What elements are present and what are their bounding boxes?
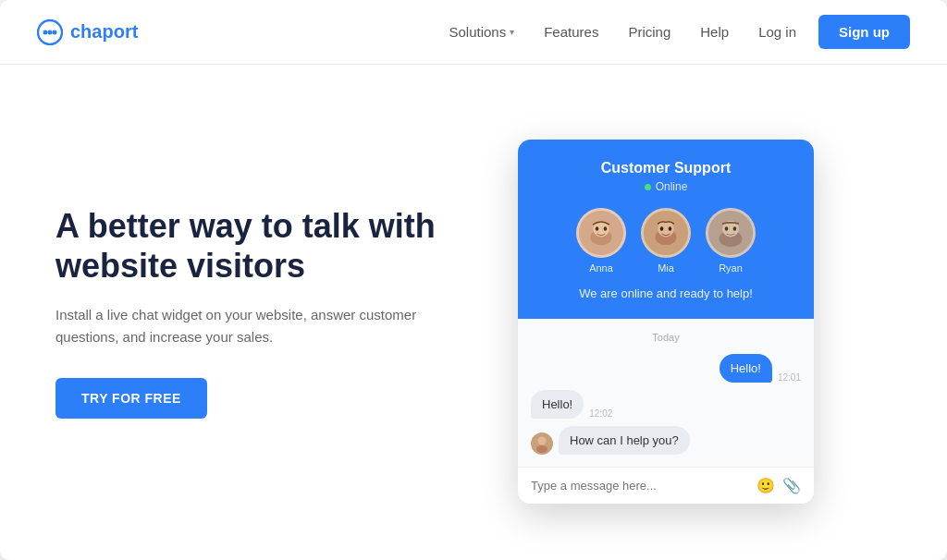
nav-solutions[interactable]: Solutions ▾ [449,24,514,40]
chat-welcome-message: We are online and ready to help! [536,286,795,300]
avatar-ryan [706,208,756,258]
message-3: How can I help you? [531,426,801,455]
chat-header: Customer Support Online [518,140,814,319]
svg-point-20 [538,437,547,445]
message-1: 12:01 Hello! [531,354,801,383]
svg-point-7 [596,226,599,230]
agent-mia: Mia [641,208,691,274]
msg-time-1: 12:01 [778,372,801,383]
svg-point-1 [43,30,48,34]
chaport-logo-icon [37,19,63,45]
msg-bubble-2: Hello! [531,390,584,419]
svg-point-17 [725,226,729,230]
avatar-anna [576,208,626,258]
msg-bubble-1: Hello! [719,354,772,383]
attachment-icon[interactable]: 📎 [782,477,801,494]
hero-section: A better way to talk with website visito… [55,206,444,419]
msg-time-2: 12:02 [589,408,612,419]
chevron-down-icon: ▾ [510,27,514,37]
svg-point-11 [658,221,674,237]
message-2: Hello! 12:02 [531,390,801,419]
agent-mia-name: Mia [658,262,674,274]
agent-ryan: Ryan [706,208,756,274]
svg-point-2 [48,30,53,34]
agent-anna-name: Anna [589,262,613,274]
chat-header-title: Customer Support [536,160,795,177]
logo-link[interactable]: chaport [37,19,138,45]
nav-login[interactable]: Log in [758,24,796,41]
navbar: chaport Solutions ▾ Features Pricing Hel… [0,0,947,65]
nav-pricing[interactable]: Pricing [628,24,670,41]
hero-title: A better way to talk with website visito… [55,206,444,286]
nav-help[interactable]: Help [700,24,729,41]
agent-anna: Anna [576,208,626,274]
svg-point-21 [536,445,547,453]
svg-point-8 [604,226,608,230]
chat-input-bar[interactable]: 🙂 📎 [518,467,814,504]
emoji-icon[interactable]: 🙂 [756,477,775,494]
nav-features[interactable]: Features [544,24,598,41]
svg-point-3 [53,30,57,34]
mini-avatar [531,432,553,455]
msg-bubble-3: How can I help you? [559,426,690,455]
browser-window: chaport Solutions ▾ Features Pricing Hel… [0,0,947,560]
main-content: A better way to talk with website visito… [0,65,947,560]
agents-row: Anna [536,208,795,274]
nav-links: Solutions ▾ Features Pricing Help Log in [449,24,796,41]
chat-messages: 12:01 Hello! Hello! 12:02 [531,354,801,464]
svg-point-13 [669,226,672,230]
chat-input[interactable] [531,479,749,493]
svg-point-12 [660,226,664,230]
chat-online-status: Online [536,180,795,193]
agent-ryan-name: Ryan [719,262,743,274]
try-for-free-button[interactable]: TRY FOR FREE [55,378,207,419]
online-indicator [645,184,651,190]
chat-input-icons: 🙂 📎 [756,477,801,494]
chat-widget-container: Customer Support Online [499,121,832,504]
logo-text: chaport [70,21,138,43]
svg-point-18 [733,226,737,230]
signup-button[interactable]: Sign up [818,15,910,49]
avatar-mia [641,208,691,258]
hero-description: Install a live chat widget on your websi… [55,304,444,348]
chat-date: Today [531,332,801,343]
chat-body: Today 12:01 Hello! Hello! 12:02 [518,319,814,467]
chat-widget: Customer Support Online [518,140,814,504]
